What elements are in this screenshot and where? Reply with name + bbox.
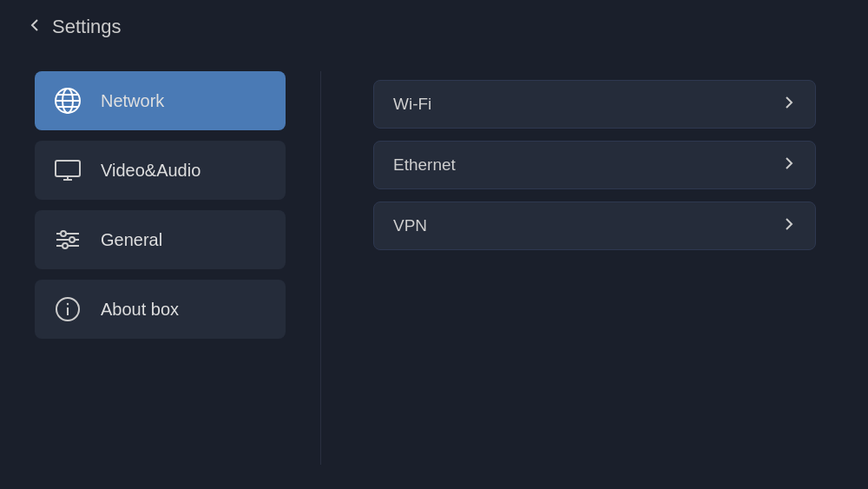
svg-point-11 — [61, 231, 66, 236]
sidebar-item-general[interactable]: General — [35, 210, 286, 269]
svg-point-16 — [67, 303, 69, 305]
content-item-wifi[interactable]: Wi-Fi — [373, 80, 816, 129]
monitor-icon — [52, 155, 83, 186]
ethernet-label: Ethernet — [393, 155, 456, 175]
sidebar: Network Video&Audio — [0, 71, 321, 465]
wifi-label: Wi-Fi — [393, 95, 431, 114]
sidebar-item-network-label: Network — [101, 91, 164, 111]
main-layout: Network Video&Audio — [0, 54, 868, 482]
wifi-chevron-icon — [782, 96, 796, 114]
header: Settings — [0, 0, 868, 54]
page-title: Settings — [52, 16, 122, 38]
sidebar-item-video-label: Video&Audio — [101, 161, 201, 181]
content-item-vpn[interactable]: VPN — [373, 202, 816, 250]
vpn-label: VPN — [393, 216, 427, 235]
svg-point-13 — [62, 243, 68, 248]
info-icon — [52, 294, 83, 325]
svg-point-12 — [69, 237, 75, 242]
sliders-icon — [52, 224, 83, 255]
sidebar-item-general-label: General — [101, 230, 162, 250]
sidebar-item-network[interactable]: Network — [35, 71, 286, 130]
ethernet-chevron-icon — [782, 156, 796, 175]
sidebar-item-about-label: About box — [101, 300, 179, 320]
back-button[interactable] — [26, 17, 43, 38]
sidebar-item-video-audio[interactable]: Video&Audio — [35, 141, 286, 200]
content-item-ethernet[interactable]: Ethernet — [373, 141, 816, 189]
svg-rect-5 — [56, 161, 80, 176]
globe-icon — [52, 85, 83, 116]
sidebar-item-about[interactable]: About box — [35, 280, 286, 339]
vpn-chevron-icon — [782, 217, 796, 235]
content-area: Wi-Fi Ethernet VPN — [321, 71, 868, 465]
